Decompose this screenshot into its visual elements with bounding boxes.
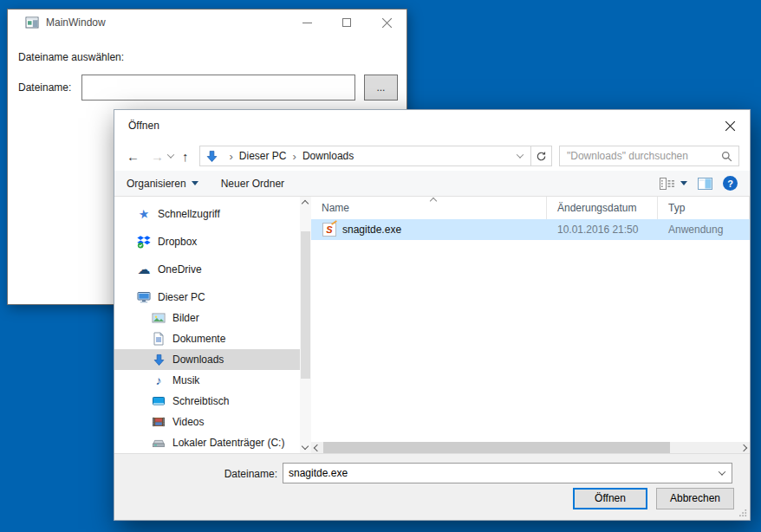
chevron-down-icon[interactable] <box>719 468 725 475</box>
close-icon <box>381 17 393 29</box>
sidebar-item-desktop[interactable]: Schreibtisch <box>114 391 300 412</box>
minimize-button[interactable] <box>287 10 327 36</box>
music-note-icon: ♪ <box>152 373 166 387</box>
sidebar-item-label: Bilder <box>172 312 199 324</box>
scrollbar-thumb[interactable] <box>323 442 670 453</box>
sidebar-item-this-pc[interactable]: Dieser PC <box>114 287 300 308</box>
command-toolbar: Organisieren Neuer Ordner ? <box>114 171 750 197</box>
breadcrumb-separator-icon: › <box>287 150 302 163</box>
sidebar-item-local-disk-c[interactable]: Lokaler Datenträger (C:) <box>114 432 300 453</box>
back-button[interactable]: ← <box>127 150 140 163</box>
quick-access-star-icon: ★ <box>136 206 152 222</box>
breadcrumb-this-pc[interactable]: Dieser PC <box>239 150 287 162</box>
sidebar-item-label: Dropbox <box>158 236 197 248</box>
history-dropdown-icon[interactable] <box>167 151 174 158</box>
sidebar-item-videos[interactable]: Videos <box>114 412 300 432</box>
new-folder-button[interactable]: Neuer Ordner <box>221 178 284 190</box>
browse-button[interactable]: ... <box>364 75 398 101</box>
sidebar-item-onedrive[interactable]: ☁ OneDrive <box>114 259 300 280</box>
filename-textbox[interactable] <box>81 75 355 101</box>
refresh-button[interactable] <box>530 146 551 165</box>
sidebar-item-label: Schnellzugriff <box>158 208 220 220</box>
onedrive-cloud-icon: ☁ <box>137 263 151 276</box>
sidebar-item-label: Musik <box>172 374 199 386</box>
minimize-icon <box>302 23 312 23</box>
snagit-file-icon: S <box>322 223 336 237</box>
filename-label: Dateiname: <box>114 468 277 480</box>
breadcrumb-downloads[interactable]: Downloads <box>302 150 354 162</box>
help-button[interactable]: ? <box>723 176 738 191</box>
videos-icon <box>152 415 166 429</box>
sidebar-item-label: OneDrive <box>158 263 202 276</box>
sidebar-item-pictures[interactable]: Bilder <box>114 308 300 328</box>
pictures-icon <box>152 311 166 325</box>
view-selector-button[interactable] <box>660 178 687 190</box>
sidebar-item-label: Videos <box>172 416 204 428</box>
dialog-footer: Dateiname: Öffnen Abbrechen <box>114 453 750 520</box>
dropbox-icon <box>137 235 151 249</box>
choose-filename-label: Dateiname auswählen: <box>18 51 124 63</box>
scroll-up-icon[interactable] <box>302 200 309 207</box>
chevron-down-icon <box>680 181 687 185</box>
column-header-modified[interactable]: Änderungsdatum <box>547 197 658 219</box>
sidebar-item-label: Dokumente <box>172 333 225 345</box>
dialog-close-button[interactable] <box>710 110 750 141</box>
dialog-title: Öffnen <box>128 120 159 132</box>
scroll-down-icon[interactable] <box>302 443 309 450</box>
refresh-icon <box>536 151 547 162</box>
preview-pane-button[interactable] <box>698 178 712 190</box>
sidebar-item-music[interactable]: ♪ Musik <box>114 370 300 391</box>
sidebar-item-dropbox[interactable]: Dropbox <box>114 231 300 252</box>
file-type: Anwendung <box>658 224 750 236</box>
main-window-title: MainWindow <box>46 16 106 29</box>
documents-icon <box>152 332 166 346</box>
desktop-background: MainWindow Dateiname auswählen: Dateinam… <box>0 0 761 532</box>
sidebar-item-label: Dieser PC <box>158 291 205 303</box>
downloads-arrow-icon <box>152 353 166 367</box>
filename-combobox[interactable] <box>283 463 732 483</box>
dialog-titlebar[interactable]: Öffnen <box>114 110 750 141</box>
preview-pane-icon <box>698 178 712 190</box>
sidebar-item-label: Schreibtisch <box>172 395 229 407</box>
resize-grip[interactable] <box>738 509 747 517</box>
up-button[interactable]: ↑ <box>182 150 189 163</box>
desktop-icon <box>152 394 166 408</box>
chevron-down-icon <box>192 181 198 185</box>
scroll-left-icon[interactable] <box>314 444 321 451</box>
forward-button[interactable]: → <box>151 150 164 163</box>
file-name: snagitde.exe <box>342 224 401 236</box>
navigation-sidebar: ★ Schnellzugriff Dropbox ☁ OneDrive Dies… <box>114 197 300 453</box>
search-input[interactable] <box>560 150 721 162</box>
main-window-titlebar[interactable]: MainWindow <box>8 10 407 36</box>
filename-input[interactable] <box>283 467 719 479</box>
horizontal-scrollbar[interactable] <box>311 442 750 453</box>
scrollbar-thumb[interactable] <box>301 231 310 379</box>
sidebar-item-quick-access[interactable]: ★ Schnellzugriff <box>114 204 300 224</box>
address-dropdown-button[interactable] <box>510 146 530 165</box>
open-button[interactable]: Öffnen <box>573 488 647 509</box>
cancel-button[interactable]: Abbrechen <box>656 488 734 509</box>
organize-label: Organisieren <box>127 178 186 190</box>
sidebar-item-documents[interactable]: Dokumente <box>114 328 300 349</box>
sidebar-item-label: Lokaler Datenträger (C:) <box>172 437 284 449</box>
breadcrumb-separator-icon: › <box>224 150 239 163</box>
sidebar-item-downloads[interactable]: Downloads <box>114 349 300 370</box>
computer-monitor-icon <box>137 290 151 304</box>
filename-field-label: Dateiname: <box>18 81 81 94</box>
scroll-right-icon[interactable] <box>740 444 747 451</box>
file-modified-date: 10.01.2016 21:50 <box>547 224 658 236</box>
column-header-type[interactable]: Typ <box>658 197 750 219</box>
file-list-header: Name Änderungsdatum Typ <box>311 197 750 219</box>
sidebar-scrollbar[interactable] <box>300 197 311 453</box>
new-folder-label: Neuer Ordner <box>221 178 284 190</box>
organize-menu-button[interactable]: Organisieren <box>127 178 198 190</box>
close-button[interactable] <box>367 10 407 36</box>
open-file-dialog: Öffnen ← → ↑ › Dieser PC › Downloads <box>114 109 751 521</box>
navigation-bar: ← → ↑ › Dieser PC › Downloads <box>114 141 750 171</box>
file-row-snagitde[interactable]: S snagitde.exe 10.01.2016 21:50 Anwendun… <box>311 219 750 240</box>
file-list: Name Änderungsdatum Typ S snagitde.exe 1… <box>311 197 750 453</box>
sidebar-item-label: Downloads <box>172 354 224 366</box>
address-bar[interactable]: › Dieser PC › Downloads <box>199 146 553 166</box>
maximize-button[interactable] <box>327 10 367 36</box>
search-box[interactable] <box>559 146 739 166</box>
